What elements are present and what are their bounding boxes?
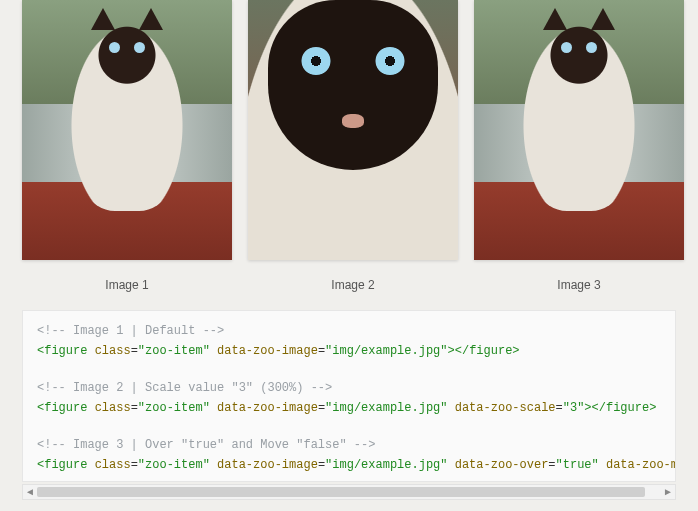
code-line-3: <figure class="zoo-item" data-zoo-image=… — [37, 455, 661, 475]
scroll-right-icon[interactable]: ► — [663, 487, 673, 497]
code-line-1: <figure class="zoo-item" data-zoo-image=… — [37, 341, 661, 361]
code-line-2: <figure class="zoo-item" data-zoo-image=… — [37, 398, 661, 418]
image-caption-2: Image 2 — [331, 278, 374, 292]
example-image-2[interactable] — [248, 0, 458, 260]
code-example-panel: <!-- Image 1 | Default --> <figure class… — [22, 310, 676, 482]
code-comment-1: <!-- Image 1 | Default --> — [37, 321, 661, 341]
gallery-item-2: Image 2 — [248, 0, 458, 292]
example-image-3[interactable] — [474, 0, 684, 260]
horizontal-scrollbar[interactable]: ◄ ► — [22, 484, 676, 500]
gallery-item-1: Image 1 — [22, 0, 232, 292]
scroll-left-icon[interactable]: ◄ — [25, 487, 35, 497]
image-caption-1: Image 1 — [105, 278, 148, 292]
code-comment-2: <!-- Image 2 | Scale value "3" (300%) --… — [37, 378, 661, 398]
scrollbar-thumb[interactable] — [37, 487, 645, 497]
image-gallery: Image 1 Image 2 Image 3 — [0, 0, 698, 292]
image-caption-3: Image 3 — [557, 278, 600, 292]
gallery-item-3: Image 3 — [474, 0, 684, 292]
code-comment-3: <!-- Image 3 | Over "true" and Move "fal… — [37, 435, 661, 455]
example-image-1[interactable] — [22, 0, 232, 260]
